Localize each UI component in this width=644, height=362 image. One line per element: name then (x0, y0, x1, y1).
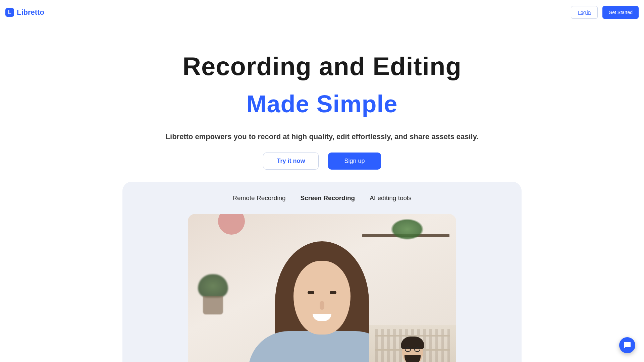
brand-name: Libretto (17, 8, 44, 17)
feature-tabs: Remote Recording Screen Recording AI edi… (122, 194, 522, 202)
hero-title: Recording and Editing (0, 52, 644, 81)
chat-icon (623, 341, 631, 349)
tab-ai-editing-tools[interactable]: AI editing tools (370, 194, 412, 202)
logo-icon: L (5, 8, 14, 17)
feature-preview-image (188, 214, 456, 362)
tab-screen-recording[interactable]: Screen Recording (301, 194, 355, 202)
login-button[interactable]: Log in (571, 6, 598, 19)
header: L Libretto Log in Get Started (0, 0, 644, 25)
picture-in-picture-speaker (369, 325, 456, 362)
hero-description: Libretto empowers you to record at high … (0, 132, 644, 141)
feature-panel: Remote Recording Screen Recording AI edi… (122, 182, 522, 362)
hero-cta-row: Try it now Sign up (0, 153, 644, 170)
get-started-button[interactable]: Get Started (602, 6, 639, 19)
hero-section: Recording and Editing Made Simple Libret… (0, 25, 644, 362)
try-it-now-button[interactable]: Try it now (263, 153, 319, 170)
brand-logo[interactable]: L Libretto (5, 8, 44, 17)
chat-widget-button[interactable] (619, 337, 635, 353)
wall-clock-decor (218, 214, 245, 235)
potted-plant-decor (198, 274, 228, 314)
tab-remote-recording[interactable]: Remote Recording (232, 194, 285, 202)
sign-up-button[interactable]: Sign up (328, 153, 381, 170)
hero-subtitle: Made Simple (0, 90, 644, 118)
header-actions: Log in Get Started (571, 6, 639, 19)
